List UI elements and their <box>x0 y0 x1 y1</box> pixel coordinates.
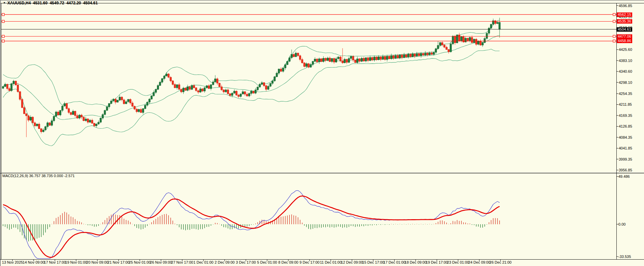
time-axis-label: 2 Dec 09:00 <box>215 260 234 265</box>
time-axis-label: 13 Nov 2025 <box>2 260 23 265</box>
symbol-dropdown-icon[interactable]: ▼ <box>3 1 6 4</box>
time-axis-label: 17 Dec 01:00 <box>383 260 405 265</box>
price-level-tag[interactable]: 4477.06 <box>617 34 632 39</box>
price-axis-tick-label: 4041.85 <box>619 146 632 151</box>
price-axis-tick-label: 4383.10 <box>619 59 632 63</box>
time-axis-label: 19 Nov 01:00 <box>65 260 87 265</box>
price-axis-tick-label: 4126.85 <box>619 124 632 129</box>
price-axis-tick-label: 4254.35 <box>619 92 632 96</box>
macd-indicator-label: MACD(12,26,9) 36.757 38.735 0.000 -2.571 <box>2 174 75 178</box>
macd-axis-label: 49.486 <box>618 174 630 179</box>
price-axis-tick-label: 4425.60 <box>619 47 632 52</box>
price-axis-tick-label: 4169.35 <box>619 113 632 118</box>
time-axis-label: 15 Dec 17:00 <box>362 260 384 265</box>
time-axis-label: 12 Dec 09:00 <box>341 260 363 265</box>
current-price-tag: 4504.61 <box>617 27 632 32</box>
price-level-tag[interactable]: 4535.36 <box>617 19 632 24</box>
price-axis-tick-label: 3956.85 <box>619 168 632 172</box>
price-axis-tick-label: 4340.60 <box>619 69 632 74</box>
price-axis-tick-label: 4084.35 <box>619 135 632 140</box>
macd-axis-label: -33.535 <box>618 255 631 259</box>
price-axis-tick-label: 3999.35 <box>619 157 632 162</box>
time-axis-label: 26 Nov 09:00 <box>150 260 172 265</box>
price-axis-tick-label: 4596.85 <box>619 4 632 8</box>
price-axis-tick-label: 4211.85 <box>619 102 632 107</box>
price-level-tag[interactable]: 4458.86 <box>617 39 632 43</box>
time-axis-label: 8 Dec 09:00 <box>278 260 298 265</box>
time-axis-label: 26 Dec 21:00 <box>489 260 511 265</box>
time-axis-label: 18 Dec 09:00 <box>405 260 426 265</box>
time-axis-label: 24 Dec 09:00 <box>468 260 490 265</box>
time-axis-label: 14 Nov 09:00 <box>23 260 44 265</box>
title-ohlc: 4531.60 4549.72 4472.20 4504.61 <box>33 1 98 5</box>
time-axis-label: 19 Dec 17:00 <box>426 260 448 265</box>
price-level-tag[interactable]: 4562.15 <box>617 12 632 17</box>
time-axis-label: 1 Dec 01:00 <box>193 260 213 265</box>
time-axis-label: 11 Dec 01:00 <box>320 260 342 265</box>
price-axis-tick-label: 4298.10 <box>619 80 632 85</box>
time-axis-label: 27 Nov 17:00 <box>171 260 193 265</box>
time-axis-label: 25 Nov 01:00 <box>129 260 151 265</box>
macd-axis-label: 0.00 <box>618 222 625 227</box>
time-axis-label: 17 Nov 17:00 <box>44 260 66 265</box>
title-symbol: XAUUSD,H4 <box>7 1 31 5</box>
time-axis-label: 20 Nov 09:00 <box>86 260 108 265</box>
time-axis-label: 23 Dec 01:00 <box>447 260 469 265</box>
time-axis-label: 9 Dec 17:00 <box>299 260 319 265</box>
time-axis-label: 21 Nov 17:00 <box>107 260 129 265</box>
window-title: XAUUSD,H4 4531.60 4549.72 4472.20 4504.6… <box>7 1 98 5</box>
candlestick-chart-canvas[interactable] <box>0 0 644 266</box>
mt4-chart-window: { "window": { "title_symbol": "XAUUSD,H4… <box>0 0 644 266</box>
time-axis-label: 5 Dec 01:00 <box>257 260 277 265</box>
time-axis-label: 3 Dec 17:00 <box>236 260 256 265</box>
